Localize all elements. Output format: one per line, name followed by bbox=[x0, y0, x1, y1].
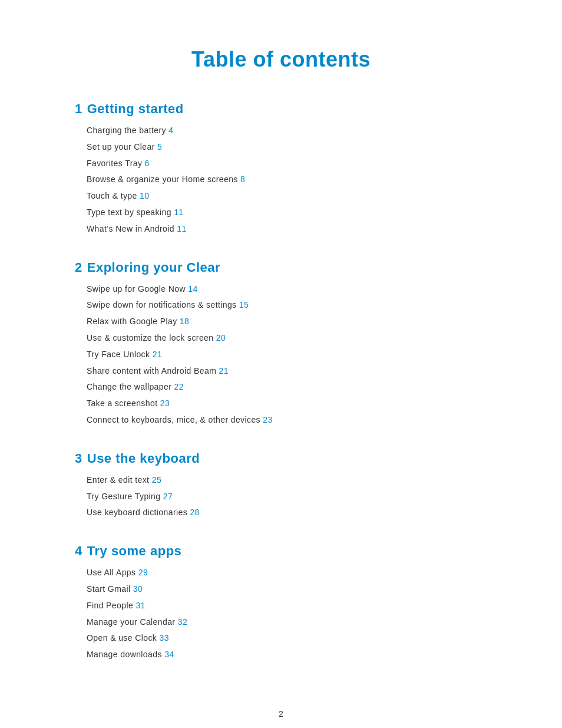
page-container: Table of contents 1Getting startedChargi… bbox=[75, 0, 487, 728]
toc-item-text: Open & use Clock bbox=[87, 633, 157, 643]
section-title: Try some apps bbox=[87, 543, 182, 558]
toc-item-text: Set up your Clear bbox=[87, 142, 155, 151]
section-num: 4 bbox=[75, 543, 82, 558]
toc-item-page: 22 bbox=[174, 382, 184, 391]
toc-item-page: 4 bbox=[168, 126, 173, 135]
section-num: 1 bbox=[75, 101, 82, 116]
toc-item-page: 25 bbox=[152, 475, 161, 485]
toc-item-text: Swipe up for Google Now bbox=[87, 284, 186, 294]
toc-item-text: Touch & type bbox=[87, 191, 137, 200]
toc-item-page: 23 bbox=[263, 415, 272, 424]
section-2: 2Exploring your ClearSwipe up for Google… bbox=[75, 260, 487, 427]
toc-item-text: Use & customize the lock screen bbox=[87, 333, 213, 342]
toc-item-text: Connect to keyboards, mice, & other devi… bbox=[87, 415, 260, 424]
section-title: Use the keyboard bbox=[87, 451, 200, 466]
toc-item[interactable]: Use All Apps 29 bbox=[87, 566, 487, 580]
toc-item[interactable]: Swipe up for Google Now 14 bbox=[87, 282, 487, 297]
toc-sections: 1Getting startedCharging the battery 4Se… bbox=[75, 101, 487, 662]
toc-item[interactable]: What’s New in Android 11 bbox=[87, 222, 487, 236]
toc-item-text: Use keyboard dictionaries bbox=[87, 508, 187, 517]
section-4: 4Try some appsUse All Apps 29Start Gmail… bbox=[75, 543, 487, 662]
section-1: 1Getting startedCharging the battery 4Se… bbox=[75, 101, 487, 236]
toc-item[interactable]: Enter & edit text 25 bbox=[87, 473, 487, 487]
toc-item[interactable]: Set up your Clear 5 bbox=[87, 140, 487, 154]
toc-item-text: Relax with Google Play bbox=[87, 317, 177, 326]
toc-item-text: Use All Apps bbox=[87, 568, 135, 577]
toc-item[interactable]: Type text by speaking 11 bbox=[87, 206, 487, 220]
toc-item-page: 18 bbox=[180, 317, 189, 326]
toc-item[interactable]: Browse & organize your Home screens 8 bbox=[87, 173, 487, 187]
toc-item-text: Manage downloads bbox=[87, 650, 162, 659]
section-items-3: Enter & edit text 25Try Gesture Typing 2… bbox=[75, 473, 487, 520]
toc-item-text: Try Gesture Typing bbox=[87, 492, 160, 501]
page-number: 2 bbox=[279, 709, 283, 719]
toc-item-page: 14 bbox=[188, 284, 197, 294]
section-heading-3[interactable]: 3Use the keyboard bbox=[75, 451, 487, 466]
toc-item[interactable]: Open & use Clock 33 bbox=[87, 631, 487, 645]
toc-item-text: Browse & organize your Home screens bbox=[87, 174, 238, 184]
toc-item-page: 21 bbox=[153, 350, 162, 359]
toc-item-page: 15 bbox=[239, 300, 249, 309]
toc-item[interactable]: Swipe down for notifications & settings … bbox=[87, 298, 487, 312]
toc-item[interactable]: Connect to keyboards, mice, & other devi… bbox=[87, 413, 487, 427]
toc-item-page: 30 bbox=[133, 584, 143, 594]
toc-item-page: 10 bbox=[140, 191, 149, 200]
toc-item-text: Charging the battery bbox=[87, 126, 166, 135]
toc-item-page: 34 bbox=[164, 650, 174, 659]
toc-item[interactable]: Relax with Google Play 18 bbox=[87, 315, 487, 329]
toc-item[interactable]: Change the wallpaper 22 bbox=[87, 380, 487, 394]
section-heading-2[interactable]: 2Exploring your Clear bbox=[75, 260, 487, 275]
section-items-2: Swipe up for Google Now 14Swipe down for… bbox=[75, 282, 487, 427]
toc-item[interactable]: Take a screenshot 23 bbox=[87, 397, 487, 411]
toc-item[interactable]: Use keyboard dictionaries 28 bbox=[87, 506, 487, 520]
toc-item-page: 29 bbox=[138, 568, 148, 577]
toc-item[interactable]: Touch & type 10 bbox=[87, 189, 487, 203]
toc-item[interactable]: Manage downloads 34 bbox=[87, 648, 487, 662]
toc-item-text: What’s New in Android bbox=[87, 224, 174, 233]
toc-item-page: 28 bbox=[190, 508, 199, 517]
toc-item[interactable]: Try Face Unlock 21 bbox=[87, 348, 487, 362]
toc-item-text: Start Gmail bbox=[87, 584, 130, 594]
toc-item-text: Manage your Calendar bbox=[87, 617, 175, 627]
toc-item-page: 6 bbox=[145, 159, 150, 168]
toc-item-text: Try Face Unlock bbox=[87, 350, 150, 359]
section-num: 3 bbox=[75, 451, 82, 466]
toc-item-text: Enter & edit text bbox=[87, 475, 149, 485]
toc-item-text: Swipe down for notifications & settings bbox=[87, 300, 237, 309]
section-3: 3Use the keyboardEnter & edit text 25Try… bbox=[75, 451, 487, 520]
toc-item-page: 33 bbox=[160, 633, 169, 643]
toc-item-page: 31 bbox=[135, 601, 145, 610]
toc-item[interactable]: Start Gmail 30 bbox=[87, 582, 487, 597]
toc-item-page: 11 bbox=[174, 207, 183, 217]
section-title: Getting started bbox=[87, 101, 184, 116]
toc-item-page: 5 bbox=[157, 142, 162, 151]
toc-item-page: 20 bbox=[216, 333, 226, 342]
page-footer: 2 bbox=[75, 686, 487, 719]
toc-item-page: 11 bbox=[177, 224, 186, 233]
toc-item[interactable]: Charging the battery 4 bbox=[87, 124, 487, 138]
toc-item-text: Favorites Tray bbox=[87, 159, 142, 168]
toc-item-text: Change the wallpaper bbox=[87, 382, 171, 391]
toc-item-page: 8 bbox=[240, 174, 245, 184]
toc-item-page: 27 bbox=[163, 492, 173, 501]
section-items-1: Charging the battery 4Set up your Clear … bbox=[75, 124, 487, 236]
section-num: 2 bbox=[75, 260, 82, 275]
page-title: Table of contents bbox=[75, 47, 487, 72]
section-heading-1[interactable]: 1Getting started bbox=[75, 101, 487, 117]
toc-item-page: 23 bbox=[160, 398, 170, 408]
section-heading-4[interactable]: 4Try some apps bbox=[75, 543, 487, 559]
section-title: Exploring your Clear bbox=[87, 260, 220, 275]
toc-item[interactable]: Try Gesture Typing 27 bbox=[87, 490, 487, 504]
toc-item-page: 32 bbox=[178, 617, 187, 627]
toc-item-text: Find People bbox=[87, 601, 133, 610]
toc-item[interactable]: Use & customize the lock screen 20 bbox=[87, 331, 487, 345]
toc-item-page: 21 bbox=[219, 366, 229, 375]
toc-item[interactable]: Share content with Android Beam 21 bbox=[87, 364, 487, 378]
toc-item[interactable]: Favorites Tray 6 bbox=[87, 157, 487, 171]
toc-item-text: Share content with Android Beam bbox=[87, 366, 216, 375]
toc-item[interactable]: Manage your Calendar 32 bbox=[87, 615, 487, 630]
toc-item-text: Take a screenshot bbox=[87, 398, 157, 408]
toc-item[interactable]: Find People 31 bbox=[87, 599, 487, 613]
section-items-4: Use All Apps 29Start Gmail 30Find People… bbox=[75, 566, 487, 662]
toc-item-text: Type text by speaking bbox=[87, 207, 171, 217]
